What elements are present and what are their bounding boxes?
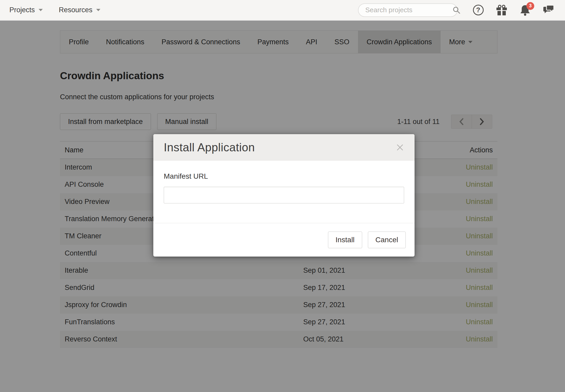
modal-footer: Install Cancel [153,223,415,257]
manifest-url-input[interactable] [164,187,404,203]
help-icon: ? [473,5,484,15]
install-button[interactable]: Install [328,232,362,248]
resources-menu[interactable]: Resources [59,6,100,14]
modal-header: Install Application [153,134,415,161]
chevron-down-icon [39,9,43,11]
resources-menu-label: Resources [59,6,93,14]
close-button[interactable] [396,143,404,152]
projects-menu-label: Projects [9,6,35,14]
messages-button[interactable] [543,4,555,16]
notifications-button[interactable]: 3 [519,4,531,16]
top-navbar: Projects Resources ? [0,0,565,20]
install-application-modal: Install Application Manifest URL Install… [153,134,415,257]
notification-badge: 3 [526,2,534,10]
cancel-button[interactable]: Cancel [368,232,406,248]
search-icon [453,6,460,14]
gift-button[interactable] [496,4,508,16]
navbar-icons: ? 3 [472,4,555,16]
chat-icon [543,4,555,16]
chevron-down-icon [96,9,100,11]
modal-title: Install Application [164,141,255,154]
help-button[interactable]: ? [472,4,484,16]
manifest-url-label: Manifest URL [164,172,404,181]
gift-icon [496,4,508,16]
modal-body: Manifest URL [153,161,415,223]
projects-menu[interactable]: Projects [9,6,43,14]
close-icon [396,143,404,152]
search-input[interactable] [365,6,453,14]
search-box[interactable] [358,3,458,17]
